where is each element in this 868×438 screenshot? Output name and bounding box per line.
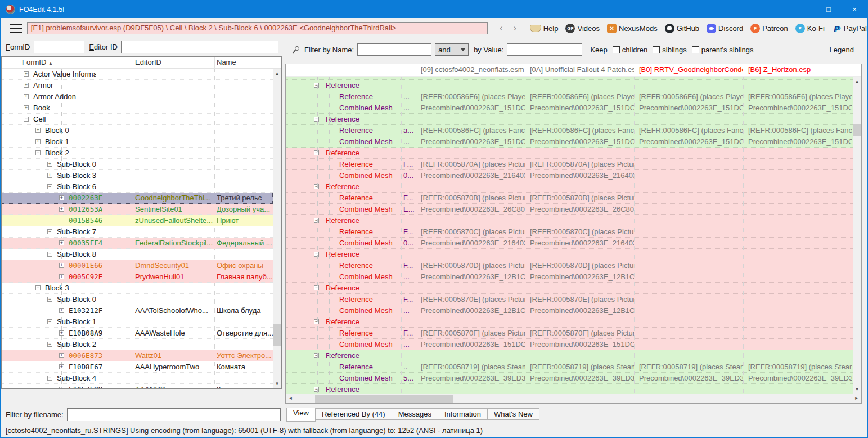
- collapse-icon[interactable]: −: [35, 285, 41, 290]
- tree-row[interactable]: −Sub-Block 2: [2, 339, 273, 350]
- collapse-icon[interactable]: −: [314, 252, 319, 257]
- keep-s-checkbox[interactable]: siblings: [653, 46, 686, 54]
- table-row[interactable]: ReferenceF...[REFR:0005870F] (places Pic…: [286, 328, 853, 339]
- table-row[interactable]: ReferenceF...[REFR:0005870A] (places Pic…: [286, 159, 853, 170]
- collapse-icon[interactable]: −: [314, 319, 319, 324]
- expand-icon[interactable]: +: [35, 128, 41, 133]
- nav-forward-button[interactable]: ›: [508, 23, 522, 34]
- expand-icon[interactable]: +: [59, 308, 64, 313]
- tree-row[interactable]: −Sub-Block 1: [2, 316, 273, 328]
- table-row[interactable]: −Reference: [286, 350, 853, 361]
- tree-row[interactable]: +0006E873Wattz01Уоттс Электро...: [2, 350, 273, 361]
- tree-row[interactable]: +0002263EGoodneighborTheThi...Третий рел…: [2, 193, 273, 204]
- table-row[interactable]: −Reference: [286, 316, 853, 328]
- menu-icon[interactable]: [10, 24, 22, 33]
- tree-row[interactable]: +Block 0: [2, 125, 273, 136]
- table-row[interactable]: Reference...[REFR:000586F6] (places Play…: [286, 91, 853, 102]
- column-header-formid[interactable]: FormID ▲: [22, 58, 53, 66]
- scrollbar-thumb[interactable]: [853, 124, 861, 136]
- table-row[interactable]: Reference..[REFR:00058719] (places Steam…: [286, 361, 853, 373]
- scrollbar-thumb[interactable]: [315, 395, 453, 403]
- tree-row[interactable]: −Sub-Block 4: [2, 373, 273, 384]
- keep-c-checkbox[interactable]: children: [613, 46, 648, 54]
- collapse-icon[interactable]: −: [35, 150, 41, 155]
- keep-p-checkbox[interactable]: parent's siblings: [692, 46, 754, 54]
- expand-icon[interactable]: +: [35, 139, 41, 144]
- formid-input[interactable]: [34, 41, 84, 53]
- expand-icon[interactable]: +: [59, 330, 64, 336]
- tree-row[interactable]: +0012653ASentinelSite01Дозорный уча...: [2, 204, 273, 215]
- scroll-down-icon[interactable]: ▾: [273, 379, 281, 388]
- tab-view[interactable]: View: [286, 408, 316, 422]
- table-row[interactable]: Combined Mesh...Precombined\0002263E_151…: [286, 339, 853, 350]
- collapse-icon[interactable]: −: [314, 83, 319, 88]
- tree-row[interactable]: +Book: [2, 102, 273, 114]
- tab-referenced-by-44-[interactable]: Referenced By (44): [316, 408, 392, 420]
- link-patreon[interactable]: PPatreon: [750, 24, 788, 33]
- scroll-down-icon[interactable]: ▾: [853, 385, 861, 394]
- link-paypal[interactable]: PPayPal: [832, 24, 867, 33]
- table-row[interactable]: −Reference: [286, 148, 853, 159]
- table-vertical-scrollbar[interactable]: ▴ ▾: [853, 77, 861, 394]
- plugin-column-header[interactable]: [B6] Z_Horizon.esp: [744, 65, 852, 74]
- scroll-right-icon[interactable]: ▸: [852, 394, 861, 403]
- plugin-column-header[interactable]: [B0] RRTV_GoodneighborCondo.e...: [635, 65, 743, 74]
- collapse-icon[interactable]: −: [47, 184, 52, 189]
- link-help[interactable]: Help: [530, 24, 559, 33]
- tree-row[interactable]: +00001E66DmndSecurity01Офис охраны: [2, 260, 273, 271]
- table-row[interactable]: Combined Mesh5...Precombined\0002263E_39…: [286, 373, 853, 384]
- expand-icon[interactable]: +: [24, 71, 29, 77]
- tree-row[interactable]: −Sub-Block 0: [2, 294, 273, 305]
- tree-row[interactable]: +0005C92EPrydwenHull01Главная палуб...: [2, 271, 273, 283]
- table-row[interactable]: Combined Mesh...Precombined\0002263E_12B…: [286, 305, 853, 316]
- tree-row[interactable]: +00035FF4FederalRationStockpil...Федерал…: [2, 238, 273, 249]
- collapse-icon[interactable]: −: [314, 285, 319, 290]
- collapse-icon[interactable]: −: [314, 387, 319, 392]
- collapse-icon[interactable]: −: [314, 184, 319, 189]
- tree-row[interactable]: +E103212FAAATolSchoolofWho...Школа блуда: [2, 305, 273, 316]
- collapse-icon[interactable]: −: [314, 353, 319, 358]
- breadcrumb[interactable]: [E1] problemsofsurvivor.esp (D9DF5F05) \…: [27, 22, 488, 34]
- expand-icon[interactable]: +: [59, 195, 64, 200]
- editorid-input[interactable]: [121, 41, 278, 53]
- collapse-icon[interactable]: −: [314, 150, 319, 155]
- collapse-icon[interactable]: −: [24, 117, 29, 122]
- tree-row[interactable]: −Cell: [2, 114, 273, 125]
- table-row[interactable]: Combined Mesh0...Precombined\0002263E_21…: [286, 238, 853, 249]
- collapse-icon[interactable]: −: [47, 376, 52, 381]
- link-github[interactable]: GitHub: [665, 24, 699, 33]
- expand-icon[interactable]: +: [59, 207, 64, 212]
- tree-row[interactable]: −Sub-Block 6: [2, 181, 273, 193]
- link-kofi[interactable]: ♥Ko-Fi: [795, 24, 825, 33]
- plugin-column-header[interactable]: [09] cctosfo4002_neonflats.esm: [416, 65, 525, 74]
- tree-row[interactable]: +Block 1: [2, 136, 273, 148]
- plugin-column-header[interactable]: [0A] Unofficial Fallout 4 Patch.esp: [525, 65, 634, 74]
- tree-row[interactable]: +Armor Addon: [2, 91, 273, 102]
- table-row[interactable]: Combined Mesh...Precombined\0002263E_151…: [286, 102, 853, 114]
- tree-row[interactable]: −Block 3: [2, 283, 273, 294]
- expand-icon[interactable]: +: [59, 274, 64, 279]
- tree-row[interactable]: +Armor: [2, 80, 273, 91]
- expand-icon[interactable]: +: [59, 263, 64, 268]
- table-row[interactable]: Combined Mesh0...Precombined\0002263E_21…: [286, 170, 853, 181]
- table-row[interactable]: ReferenceF...[REFR:0005870B] (places Pic…: [286, 193, 853, 204]
- table-row[interactable]: ReferenceF...[REFR:0005870C] (places Pic…: [286, 226, 853, 238]
- minimize-button[interactable]: –: [790, 1, 816, 18]
- tab-messages[interactable]: Messages: [392, 408, 438, 420]
- tab-what-s-new[interactable]: What's New: [488, 408, 539, 420]
- expand-icon[interactable]: +: [24, 105, 29, 110]
- collapse-icon[interactable]: −: [47, 319, 52, 324]
- tab-information[interactable]: Information: [438, 408, 488, 420]
- tree-row[interactable]: +E10B08A9AAAWasteHoleОтверстие для...: [2, 328, 273, 339]
- table-row[interactable]: Combined MeshE...Precombined\0002263E_26…: [286, 204, 853, 215]
- table-row[interactable]: Combined Mesh...Precombined\0002263E_12B…: [286, 271, 853, 283]
- tree-row[interactable]: +E10E75BBAAANRSewerageКанализация: [2, 384, 273, 388]
- table-row[interactable]: −Reference: [286, 249, 853, 260]
- expand-icon[interactable]: +: [59, 353, 64, 358]
- pin-icon[interactable]: [291, 45, 299, 55]
- tree-row[interactable]: 0015B546zUnusedFalloutShelte...Приют: [2, 215, 273, 226]
- expand-icon[interactable]: +: [59, 364, 64, 369]
- table-row[interactable]: −Reference: [286, 283, 853, 294]
- expand-icon[interactable]: +: [47, 173, 52, 178]
- column-header-editorid[interactable]: EditorID: [135, 58, 161, 66]
